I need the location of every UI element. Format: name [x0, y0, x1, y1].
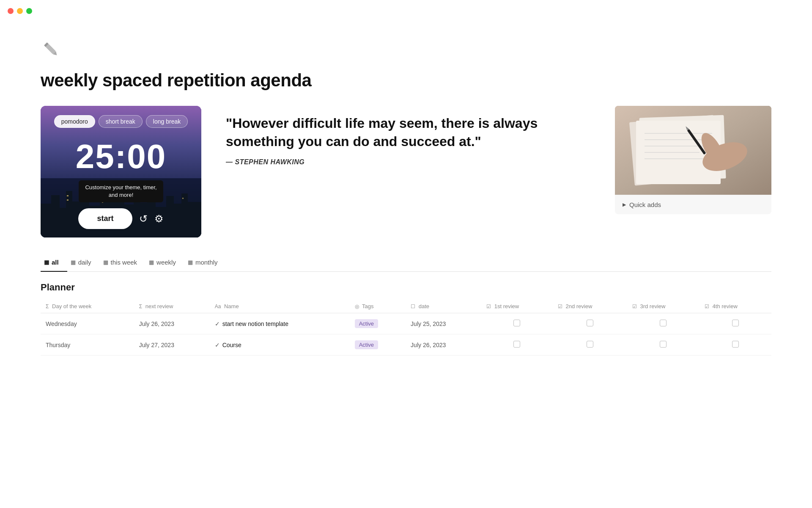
row2-3rd-review[interactable]	[627, 334, 700, 356]
row1-name-text: start new notion template	[222, 320, 288, 327]
col-2nd-review-icon: ☑	[558, 304, 562, 309]
row2-date: July 26, 2023	[406, 334, 481, 356]
row2-name: ✓ Course	[210, 334, 350, 356]
quick-adds-arrow: ▶	[623, 202, 626, 207]
row1-4th-checkbox[interactable]	[732, 320, 739, 326]
row1-1st-review[interactable]	[481, 313, 553, 334]
row2-2nd-checkbox[interactable]	[587, 341, 593, 348]
quick-adds-section[interactable]: ▶ Quick adds	[615, 195, 771, 214]
col-4th-review-icon: ☑	[705, 304, 709, 309]
col-name: Aa Name	[210, 300, 350, 313]
col-tags-icon: ◎	[355, 304, 359, 309]
tab-monthly-icon: ▦	[188, 259, 193, 265]
page-title: weekly spaced repetition agenda	[41, 70, 771, 91]
tab-daily-label: daily	[78, 259, 91, 266]
tab-this-week-icon: ▦	[103, 259, 108, 265]
writing-illustration	[615, 106, 771, 195]
row2-1st-review[interactable]	[481, 334, 553, 356]
row2-tag: Active	[350, 334, 406, 356]
col-next-review-icon: Σ	[139, 304, 142, 309]
tab-this-week-label: this week	[111, 259, 137, 266]
pom-tab-short-break[interactable]: short break	[99, 115, 143, 128]
tab-this-week[interactable]: ▦ this week	[100, 254, 146, 272]
minimize-button[interactable]	[17, 8, 23, 14]
col-1st-review: ☑ 1st review	[481, 300, 553, 313]
tab-weekly[interactable]: ▦ weekly	[145, 254, 184, 272]
col-next-review: Σ next review	[134, 300, 210, 313]
tab-all[interactable]: ▦ all	[41, 254, 67, 272]
tab-daily[interactable]: ▦ daily	[67, 254, 100, 272]
quote-dash: —	[226, 158, 233, 166]
planner-table: Σ Day of the week Σ next review Aa Name …	[41, 300, 771, 356]
pomodoro-start-button[interactable]: start	[78, 208, 132, 229]
pomodoro-timer: 25:00	[76, 140, 167, 174]
row1-2nd-review[interactable]	[553, 313, 627, 334]
planner-title: Planner	[41, 282, 771, 293]
pomodoro-settings-button[interactable]: ⚙	[154, 213, 164, 225]
row2-2nd-review[interactable]	[553, 334, 627, 356]
pom-tab-pomodoro[interactable]: pomodoro	[54, 115, 95, 128]
tab-monthly-label: monthly	[195, 259, 218, 266]
row2-name-text: Course	[222, 342, 241, 348]
pom-tab-long-break[interactable]: long break	[146, 115, 188, 128]
pomodoro-widget: pomodoro short break long break 25:00 Cu…	[41, 106, 201, 237]
col-day-icon: Σ	[46, 304, 49, 309]
row2-1st-checkbox[interactable]	[513, 341, 520, 348]
row2-check-icon: ✓	[215, 342, 220, 348]
row2-3rd-checkbox[interactable]	[660, 341, 667, 348]
pen-icon-area	[41, 22, 771, 70]
image-widget: ▶ Quick adds	[615, 106, 771, 214]
fullscreen-button[interactable]	[26, 8, 32, 14]
main-content: weekly spaced repetition agenda	[0, 22, 812, 381]
tab-monthly[interactable]: ▦ monthly	[184, 254, 226, 272]
planner-section: Planner Σ Day of the week Σ next review …	[41, 282, 771, 356]
table-row: Wednesday July 26, 2023 ✓ start new noti…	[41, 313, 771, 334]
tab-weekly-icon: ▦	[149, 259, 154, 265]
row2-next-review: July 27, 2023	[134, 334, 210, 356]
quote-author: — STEPHEN HAWKING	[226, 158, 590, 166]
quote-widget: "However difficult life may seem, there …	[213, 106, 603, 174]
widgets-row: pomodoro short break long break 25:00 Cu…	[41, 106, 771, 237]
row2-4th-checkbox[interactable]	[732, 341, 739, 348]
row2-day: Thursday	[41, 334, 134, 356]
col-3rd-review: ☑ 3rd review	[627, 300, 700, 313]
row1-tag: Active	[350, 313, 406, 334]
col-2nd-review: ☑ 2nd review	[553, 300, 627, 313]
row1-next-review: July 26, 2023	[134, 313, 210, 334]
tab-weekly-label: weekly	[156, 259, 176, 266]
close-button[interactable]	[8, 8, 14, 14]
col-1st-review-icon: ☑	[486, 304, 491, 309]
col-4th-review: ☑ 4th review	[700, 300, 771, 313]
row2-tag-badge: Active	[355, 340, 378, 349]
pomodoro-tabs: pomodoro short break long break	[49, 115, 193, 128]
row1-4th-review[interactable]	[700, 313, 771, 334]
row1-tag-badge: Active	[355, 319, 378, 328]
col-name-icon: Aa	[215, 304, 221, 309]
tab-all-label: all	[52, 259, 59, 266]
titlebar	[0, 0, 812, 22]
pomodoro-controls: start ↺ ⚙	[78, 208, 163, 229]
row1-3rd-checkbox[interactable]	[660, 320, 667, 326]
pen-icon	[41, 39, 62, 60]
row1-check-icon: ✓	[215, 320, 220, 327]
col-tags: ◎ Tags	[350, 300, 406, 313]
table-header-row: Σ Day of the week Σ next review Aa Name …	[41, 300, 771, 313]
pomodoro-reset-button[interactable]: ↺	[139, 213, 148, 225]
row1-2nd-checkbox[interactable]	[587, 320, 593, 326]
col-date: ☐ date	[406, 300, 481, 313]
tabs-row: ▦ all ▦ daily ▦ this week ▦ weekly ▦ mon…	[41, 254, 771, 272]
row1-1st-checkbox[interactable]	[513, 320, 520, 326]
table-row: Thursday July 27, 2023 ✓ Course Active J…	[41, 334, 771, 356]
row1-3rd-review[interactable]	[627, 313, 700, 334]
col-date-icon: ☐	[411, 304, 415, 309]
quick-adds-label: Quick adds	[629, 201, 661, 208]
tab-all-icon: ▦	[44, 259, 49, 265]
row1-day: Wednesday	[41, 313, 134, 334]
col-3rd-review-icon: ☑	[632, 304, 637, 309]
writing-image	[615, 106, 771, 195]
row1-date: July 25, 2023	[406, 313, 481, 334]
row2-4th-review[interactable]	[700, 334, 771, 356]
quote-author-name: STEPHEN HAWKING	[235, 158, 304, 166]
tab-daily-icon: ▦	[71, 259, 76, 265]
row1-name: ✓ start new notion template	[210, 313, 350, 334]
